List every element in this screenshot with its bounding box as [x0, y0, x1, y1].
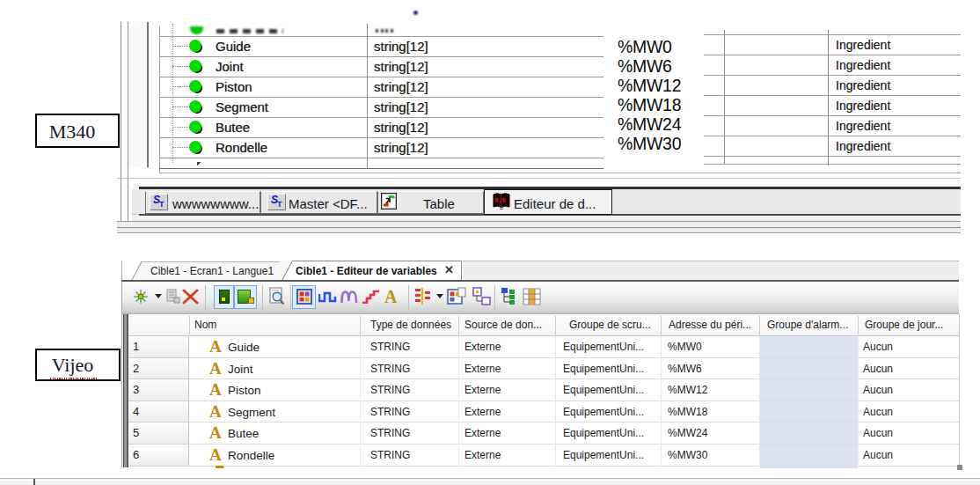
svg-text:0,0: 0,0	[494, 197, 506, 204]
